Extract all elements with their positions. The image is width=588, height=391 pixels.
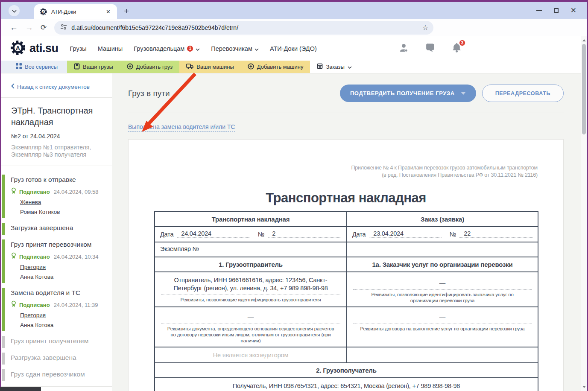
dropdown-caret-icon (461, 92, 466, 95)
bookmark-star-icon[interactable]: ☆ (422, 23, 428, 32)
signer-name: Анна Котова (20, 274, 106, 280)
timeline-bar (2, 369, 5, 381)
timeline-item: Груз принят получателем (1, 335, 112, 349)
cargo-status-title: Груз в пути (128, 89, 170, 98)
nav-item-ati-docs[interactable]: АТИ-Доки (ЭДО) (270, 45, 317, 52)
order-number-value: 22 (459, 230, 532, 238)
firm-link[interactable]: Претория (20, 312, 46, 318)
browser-tab[interactable]: A АТИ-Доки ✕ (34, 4, 117, 19)
address-bar[interactable]: d.ati.su/document/f6b15e5a97224c719e8a97… (54, 21, 433, 35)
profile-icon[interactable] (398, 42, 409, 55)
readdress-button[interactable]: ПЕРЕАДРЕСОВАТЬ (482, 85, 564, 102)
maximize-icon[interactable] (554, 8, 559, 13)
services-nav: Все сервисы Ваши грузы Добавить груз Ваш… (1, 61, 587, 73)
document-number: №2 от 24.04.2024 (11, 133, 103, 140)
add-truck-button[interactable]: Добавить машину (241, 61, 310, 73)
nav-item-carriers[interactable]: Перевозчикам (211, 45, 259, 52)
ati-logo[interactable]: A ati.su (9, 39, 59, 58)
nav-item-cargo-owners[interactable]: Грузовладельцам 1 (134, 45, 200, 52)
sender-caption: Реквизиты, позволяющие идентифицировать … (161, 297, 340, 303)
chevron-down-icon (12, 7, 17, 15)
tab-bar: A АТИ-Доки ✕ + ✕ (1, 2, 587, 19)
web-page: A ati.su Грузы Машины Грузовладельцам 1 … (1, 36, 587, 391)
main-panel: Груз в пути ПОДТВЕРДИТЬ ПОЛУЧЕНИЕ ГРУЗА … (112, 73, 581, 391)
forward-icon[interactable]: → (25, 23, 33, 32)
timeline-item: Груз принят перевозчиком Подписано 24.04… (1, 239, 112, 284)
driver-replacement-link[interactable]: Выполнена замена водителя и/или ТС (128, 123, 235, 132)
receiver-value: Получатель, ИНН 0987654321, адрес: 65432… (161, 382, 532, 391)
payer-value: — (161, 313, 340, 324)
signer-name: Анна Котова (20, 322, 106, 328)
chevron-down-icon (348, 64, 352, 70)
waybill-table: Транспортная накладная Заказ (заявка) Да… (154, 211, 538, 391)
firm-link[interactable]: Претория (20, 264, 46, 270)
scrollbar-thumb[interactable] (582, 44, 586, 134)
copy-number-value (202, 251, 307, 252)
document-info: ЭТрН. Транспортная накладная №2 от 24.04… (1, 98, 112, 158)
add-cargo-button[interactable]: Добавить груз (120, 61, 179, 73)
document-title: ЭТрН. Транспортная накладная (11, 105, 103, 128)
signed-medal-icon (11, 301, 17, 309)
nav-item-trucks[interactable]: Машины (98, 45, 123, 52)
page-scrollbar[interactable] (581, 36, 587, 391)
cargo-box-icon (74, 63, 80, 71)
browser-window: A АТИ-Доки ✕ + ✕ ← → ⟳ d.ati.su/document… (0, 0, 588, 391)
minimize-icon[interactable] (536, 10, 542, 11)
signed-medal-icon (11, 187, 17, 196)
window-controls: ✕ (536, 7, 587, 19)
chevron-down-icon (196, 45, 200, 52)
your-cargo-button[interactable]: Ваши грузы (67, 61, 120, 73)
status-timeline: Груз готов к отправке Подписано 24.04.20… (1, 171, 112, 382)
back-to-documents-link[interactable]: Назад к списку документов (1, 83, 112, 90)
notifications-bell-icon[interactable]: 3 (451, 42, 462, 55)
svg-text:A: A (42, 10, 44, 14)
ati-favicon-icon: A (39, 8, 47, 16)
tn-date-value: 24.04.2024 (177, 230, 250, 238)
timeline-item: Разгрузка завершена (1, 352, 112, 365)
tab-close-icon[interactable]: ✕ (104, 8, 113, 16)
scroll-up-icon[interactable] (581, 38, 587, 43)
close-icon[interactable]: ✕ (570, 7, 576, 14)
new-tab-button[interactable]: + (124, 6, 129, 15)
reload-icon[interactable]: ⟳ (41, 23, 47, 32)
plus-circle-icon (248, 63, 254, 71)
ati-gear-icon: A (9, 39, 26, 58)
plus-circle-icon (127, 63, 133, 71)
document-sidebar: Назад к списку документов ЭТрН. Транспор… (1, 73, 112, 391)
tab-title: АТИ-Доки (51, 9, 104, 15)
orders-button[interactable]: Заказы (310, 61, 358, 73)
table-header-cell: Заказ (заявка) (346, 212, 538, 226)
chat-icon[interactable] (425, 42, 436, 55)
truck-icon (186, 63, 193, 70)
document-copies: Экземпляр №1 отправителя, Экземпляр №3 п… (11, 144, 103, 158)
taskbar-sliver (0, 387, 41, 391)
divider (128, 113, 564, 113)
logo-text: ati.su (29, 42, 59, 55)
site-info-icon[interactable] (60, 23, 67, 32)
timeline-bar (2, 353, 5, 365)
tab-search-button[interactable] (9, 5, 20, 16)
sender-value: Отправитель, ИНН 9661661616, адрес: 1234… (161, 276, 340, 295)
order-date-value: 23.04.2024 (369, 230, 442, 238)
nav-item-cargo[interactable]: Грузы (70, 45, 87, 52)
back-icon[interactable]: ← (10, 23, 18, 32)
orders-list-icon (317, 63, 323, 70)
your-trucks-button[interactable]: Ваши машины (179, 61, 241, 73)
firm-link[interactable]: Женева (20, 199, 41, 205)
waybill-document: Приложение № 4 к Правилам перевозок груз… (128, 139, 564, 391)
annex-note: Приложение № 4 к Правилам перевозок груз… (154, 164, 538, 179)
scroll-down-icon[interactable] (581, 384, 587, 390)
main-nav: Грузы Машины Грузовладельцам 1 Перевозчи… (70, 45, 317, 52)
timeline-item: Загрузка завершена (1, 222, 112, 236)
header-icons: 3 (398, 42, 587, 55)
timeline-item: Груз сдан перевозчиком (1, 368, 112, 382)
confirm-receipt-button[interactable]: ПОДТВЕРДИТЬ ПОЛУЧЕНИЕ ГРУЗА (340, 85, 476, 102)
contract-caption: Реквизиты договора на выполнение услуг п… (353, 326, 532, 332)
all-services-button[interactable]: Все сервисы (1, 61, 67, 73)
section-1-header: 1. Грузоотправитель (155, 257, 346, 271)
section-1a-header: 1а. Заказчик услуг по организации перево… (346, 257, 538, 271)
svg-text:A: A (16, 44, 20, 52)
customer-value: — (353, 279, 532, 290)
table-header-cell: Транспортная накладная (155, 212, 346, 226)
cargo-owners-badge: 1 (187, 45, 193, 52)
